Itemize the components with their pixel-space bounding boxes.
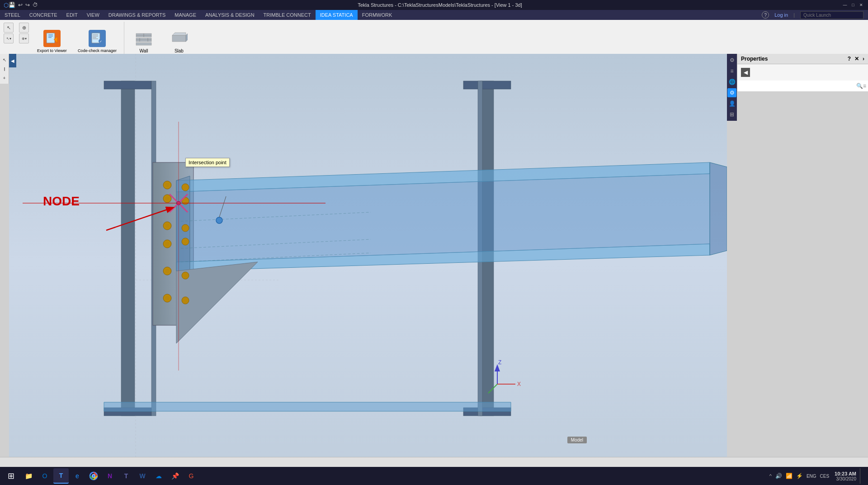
app9-icon: 📌 xyxy=(170,471,180,481)
panel-collapse-arrow[interactable]: ◀ xyxy=(9,54,16,67)
search-icon: 🔍 xyxy=(856,83,863,89)
menu-item-drawings[interactable]: DRAWINGS & REPORTS xyxy=(104,10,170,20)
extra-tool-1[interactable]: ⊕ xyxy=(19,23,29,33)
menu-item-trimble[interactable]: TRIMBLE CONNECT xyxy=(259,10,316,20)
svg-point-43 xyxy=(163,181,171,189)
right-icon-menu[interactable]: ≡ xyxy=(727,67,736,76)
right-icon-active[interactable]: ⚙ xyxy=(727,88,736,97)
export-viewer-icon xyxy=(43,30,61,47)
svg-point-48 xyxy=(163,294,171,302)
svg-point-59 xyxy=(182,272,189,279)
history-icon[interactable]: ⏱ xyxy=(33,2,38,8)
menu-item-idea[interactable]: IDEA STATICA xyxy=(316,10,358,20)
undo-icon[interactable]: ↩ xyxy=(18,2,23,8)
sidebar-tool-2[interactable]: ∥ xyxy=(0,65,9,73)
help-icon[interactable]: ? xyxy=(762,11,769,19)
svg-rect-28 xyxy=(104,81,151,89)
toolbar-icons-left[interactable]: 💾 ↩ ↪ ⏱ xyxy=(9,2,38,8)
window-controls[interactable]: — □ ✕ xyxy=(842,2,864,8)
word-icon: W xyxy=(137,471,147,481)
tray-chevron[interactable]: ^ xyxy=(769,473,772,479)
maximize-btn[interactable]: □ xyxy=(850,2,856,8)
systray: ^ 🔊 📶 ⚡ ENG CES 10:23 AM 3/30/2020 xyxy=(769,468,866,484)
code-check-icon: ✓ xyxy=(89,30,106,47)
onedrive-icon: ☁ xyxy=(154,471,164,481)
properties-panel: Properties ? ✕ › ◀ 🔍 ≡ xyxy=(737,54,868,92)
window-title: Tekla Structures - C:\TeklaStructuresMod… xyxy=(38,2,842,8)
taskbar-app9[interactable]: 📌 xyxy=(167,468,183,484)
minimize-btn[interactable]: — xyxy=(842,2,848,8)
save-icon[interactable]: 💾 xyxy=(9,2,15,8)
login-link[interactable]: Log in xyxy=(774,12,788,18)
ie-icon: e xyxy=(72,471,82,481)
menu-item-edit[interactable]: EDIT xyxy=(62,10,82,20)
close-btn[interactable]: ✕ xyxy=(858,2,864,8)
svg-point-45 xyxy=(163,222,171,230)
svg-marker-21 xyxy=(172,33,186,35)
taskbar-onenote[interactable]: N xyxy=(102,468,118,484)
system-clock[interactable]: 10:23 AM 3/30/2020 xyxy=(835,471,856,481)
menu-item-steel[interactable]: STEEL xyxy=(0,10,25,20)
taskbar-ie[interactable]: e xyxy=(70,468,85,484)
menu-item-manage[interactable]: MANAGE xyxy=(170,10,201,20)
svg-rect-7 xyxy=(93,36,98,37)
model-button[interactable]: Model xyxy=(567,437,587,443)
panel-close-icon[interactable]: ✕ xyxy=(854,56,859,62)
wall-icon xyxy=(135,30,152,47)
sidebar-tool-3[interactable]: + xyxy=(0,74,9,82)
taskbar-teams[interactable]: T xyxy=(118,468,134,484)
svg-rect-8 xyxy=(93,37,96,38)
taskbar-word[interactable]: W xyxy=(135,468,150,484)
select-filter-tool[interactable]: ↖▾ xyxy=(4,33,14,43)
svg-rect-27 xyxy=(121,81,135,416)
svg-point-58 xyxy=(182,238,189,245)
app-icon: ⬡ xyxy=(4,2,9,9)
panel-expand-icon[interactable]: › xyxy=(863,56,864,62)
teams-icon: T xyxy=(121,471,131,481)
svg-text:✓: ✓ xyxy=(99,40,102,43)
svg-rect-9 xyxy=(93,38,98,39)
show-desktop-btn[interactable] xyxy=(860,468,863,484)
select-tool[interactable]: ↖ xyxy=(4,23,14,33)
taskbar-git[interactable]: G xyxy=(184,468,199,484)
topright-area: ? Log in | xyxy=(757,10,868,20)
taskbar-onedrive[interactable]: ☁ xyxy=(151,468,166,484)
quick-launch-input[interactable] xyxy=(800,11,863,19)
windows-start-btn[interactable]: ⊞ xyxy=(2,468,20,484)
right-icon-globe[interactable]: 🌐 xyxy=(727,77,736,86)
onenote-icon: N xyxy=(105,471,115,481)
taskbar: ⊞ 📁 O T e N T W ☁ 📌 xyxy=(0,467,868,485)
panel-search-input[interactable] xyxy=(739,82,856,90)
main-viewport[interactable]: Z X NODE Intersection point Model xyxy=(9,54,727,467)
tray-icon-2: 📶 xyxy=(786,473,793,479)
slab-icon xyxy=(170,30,188,47)
tray-icon-1: 🔊 xyxy=(775,473,782,479)
right-icon-user[interactable]: 👤 xyxy=(727,99,736,108)
menu-item-formwork[interactable]: FORMWORK xyxy=(358,10,397,20)
taskbar-outlook[interactable]: O xyxy=(37,468,52,484)
svg-rect-6 xyxy=(93,34,98,35)
redo-icon[interactable]: ↪ xyxy=(25,2,30,8)
svg-rect-1 xyxy=(48,34,53,35)
svg-point-55 xyxy=(182,184,189,191)
panel-help-icon[interactable]: ? xyxy=(848,56,851,62)
svg-rect-14 xyxy=(136,43,151,45)
clock-date: 3/30/2020 xyxy=(835,476,856,481)
extra-tool-2[interactable]: ⊕▾ xyxy=(19,33,29,43)
filter-icon[interactable]: ≡ xyxy=(863,83,866,89)
slab-label: Slab xyxy=(175,48,184,53)
wall-label: Wall xyxy=(139,48,148,53)
menu-item-analysis[interactable]: ANALYSIS & DESIGN xyxy=(201,10,259,20)
taskbar-explorer[interactable]: 📁 xyxy=(21,468,36,484)
taskbar-chrome[interactable] xyxy=(86,468,101,484)
titlebar: ⬡ 💾 ↩ ↪ ⏱ Tekla Structures - C:\TeklaStr… xyxy=(0,0,868,10)
taskbar-tekla[interactable]: T xyxy=(53,468,69,484)
menu-item-view[interactable]: VIEW xyxy=(82,10,104,20)
panel-back-btn[interactable]: ◀ xyxy=(741,68,750,77)
outlook-icon: O xyxy=(40,471,50,481)
tray-ces-label: CES xyxy=(820,474,830,479)
sidebar-tool-1[interactable]: ↖ xyxy=(0,56,9,64)
right-icon-gear1[interactable]: ⚙ xyxy=(727,56,736,65)
right-icon-grid[interactable]: ⊞ xyxy=(727,110,736,119)
menu-item-concrete[interactable]: CONCRETE xyxy=(25,10,62,20)
